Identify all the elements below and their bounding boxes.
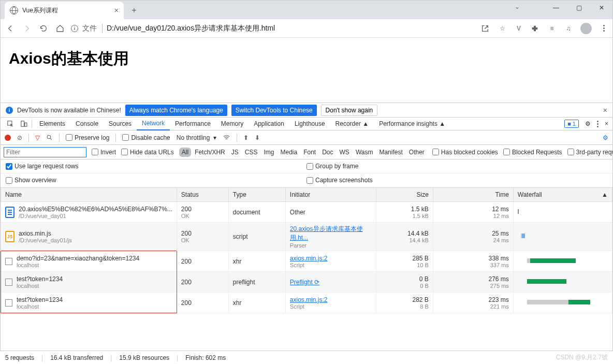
switch-chinese-button[interactable]: Switch DevTools to Chinese [231, 105, 317, 116]
address-bar: i 文件 D:/vue/vue_day01/20.axios异步请求库基本使用.… [1, 19, 612, 38]
settings-icon[interactable]: ⚙ [585, 120, 591, 127]
request-path: localhost [17, 262, 139, 268]
minimize-button[interactable]: — [545, 0, 567, 16]
devtools-close-icon[interactable]: × [605, 120, 608, 127]
resource-icon [5, 279, 12, 286]
share-icon[interactable] [481, 24, 490, 33]
filter-type-manifest[interactable]: Manifest [376, 148, 405, 157]
status-code: 200 [181, 206, 224, 213]
devtools-tab-performanceinsights[interactable]: Performance insights ▲ [374, 117, 450, 130]
devtools-tab-application[interactable]: Application [249, 117, 289, 130]
group-frame-checkbox[interactable]: Group by frame [306, 163, 358, 170]
blocked-cookies-checkbox[interactable]: Has blocked cookies [432, 149, 498, 156]
devtools-menu-icon[interactable] [597, 121, 599, 127]
devtools-tab-memory[interactable]: Memory [216, 117, 249, 130]
invert-checkbox[interactable]: Invert [92, 149, 116, 156]
header-size[interactable]: Size [376, 188, 433, 202]
upload-icon[interactable]: ⬆ [243, 134, 249, 141]
filter-type-font[interactable]: Font [301, 148, 318, 157]
device-icon[interactable] [18, 120, 30, 127]
forward-button[interactable] [21, 23, 33, 34]
tab-close-icon[interactable]: × [114, 6, 119, 14]
wifi-icon[interactable] [223, 134, 230, 141]
url-field[interactable]: i 文件 D:/vue/vue_day01/20.axios异步请求库基本使用.… [71, 24, 476, 33]
table-row[interactable]: test?token=1234localhost 200 preflight P… [1, 272, 612, 293]
devtools-tab-network[interactable]: Network [137, 117, 170, 130]
inspect-icon[interactable] [5, 120, 16, 127]
filter-input[interactable] [4, 147, 86, 157]
table-row[interactable]: test?token=1234localhost 200 xhr axios.m… [1, 293, 612, 313]
reading-list-icon[interactable]: ≡ [547, 25, 557, 32]
initiator-link[interactable]: axios.min.js:2 [290, 255, 328, 262]
preserve-log-checkbox[interactable]: Preserve log [66, 134, 109, 141]
menu-icon[interactable] [599, 25, 608, 32]
devtools-tab-console[interactable]: Console [70, 117, 104, 130]
devtools-tab-sources[interactable]: Sources [104, 117, 137, 130]
clear-icon[interactable]: ⊘ [17, 134, 22, 141]
initiator-link[interactable]: Preflight ⟳ [290, 279, 319, 286]
home-button[interactable] [54, 23, 66, 34]
filter-type-js[interactable]: JS [229, 148, 241, 157]
show-overview-checkbox[interactable]: Show overview [6, 177, 56, 184]
profile-avatar[interactable] [580, 23, 592, 34]
filter-type-all[interactable]: All [179, 148, 191, 157]
header-name[interactable]: Name [1, 188, 177, 202]
issues-badge[interactable]: ■ 1 [564, 120, 579, 128]
hide-data-checkbox[interactable]: Hide data URLs [121, 149, 174, 156]
throttling-select[interactable]: No throttling ▾ [177, 134, 216, 141]
filter-type-wasm[interactable]: Wasm [353, 148, 376, 157]
filter-type-fetchxhr[interactable]: Fetch/XHR [192, 148, 228, 157]
devtools-tab-lighthouse[interactable]: Lighthouse [289, 117, 330, 130]
blocked-requests-checkbox[interactable]: Blocked Requests [503, 149, 562, 156]
table-row[interactable]: 20.axios%E5%BC%82%E6%AD%A5%E8%AF%B7%.../… [1, 202, 612, 223]
new-tab-button[interactable]: + [127, 3, 141, 18]
maximize-button[interactable]: ▢ [567, 0, 590, 16]
info-icon[interactable]: i [71, 25, 78, 32]
network-toolbar: ⊘ ▽ Preserve log Disable cache No thrott… [1, 130, 612, 145]
filter-type-img[interactable]: Img [261, 148, 276, 157]
close-button[interactable]: ✕ [590, 0, 613, 16]
bookmark-icon[interactable]: ☆ [498, 25, 507, 32]
search-icon[interactable] [46, 134, 53, 141]
globe-icon [10, 6, 18, 14]
back-button[interactable] [5, 23, 16, 34]
filter-icon[interactable]: ▽ [35, 134, 40, 141]
screenshots-checkbox[interactable]: Capture screenshots [306, 177, 373, 184]
banner-close-icon[interactable]: × [603, 106, 607, 114]
filter-type-css[interactable]: CSS [242, 148, 260, 157]
header-type[interactable]: Type [228, 188, 285, 202]
header-time[interactable]: Time [433, 188, 513, 202]
filter-type-doc[interactable]: Doc [319, 148, 335, 157]
filter-type-ws[interactable]: WS [337, 148, 352, 157]
window-dropdown[interactable]: ⌄ [515, 3, 520, 10]
initiator-link[interactable]: axios.min.js:2 [290, 296, 328, 303]
network-settings-icon[interactable]: ⚙ [603, 134, 608, 141]
header-status[interactable]: Status [177, 188, 228, 202]
extensions-icon[interactable] [531, 24, 540, 33]
initiator-link[interactable]: 20.axios异步请求库基本使用.ht... [290, 225, 363, 241]
table-row[interactable]: demo?id=23&name=xiaozhang&token=1234loca… [1, 251, 612, 272]
info-icon: i [6, 107, 13, 114]
record-button[interactable] [5, 135, 11, 141]
devtools-tab-performance[interactable]: Performance [170, 117, 216, 130]
large-rows-checkbox[interactable]: Use large request rows [6, 163, 78, 170]
time-value: 276 ms [488, 275, 508, 283]
download-icon[interactable]: ⬇ [255, 134, 260, 141]
devtools-tab-recorder[interactable]: Recorder ▲ [330, 117, 374, 130]
table-row[interactable]: JSaxios.min.js/D:/vue/vue_day01/js 200OK… [1, 223, 612, 251]
filter-type-media[interactable]: Media [278, 148, 300, 157]
v-icon[interactable]: V [514, 25, 523, 32]
third-party-checkbox[interactable]: 3rd-party requests [567, 149, 613, 156]
dont-show-button[interactable]: Don't show again [321, 105, 378, 116]
network-table: Name Status Type Initiator Size Time Wat… [1, 187, 612, 313]
browser-tab[interactable]: Vue系列课程 × [5, 2, 124, 19]
match-language-button[interactable]: Always match Chrome's language [125, 105, 227, 116]
filter-type-other[interactable]: Other [406, 148, 427, 157]
header-waterfall[interactable]: Waterfall ▲ [513, 188, 612, 202]
devtools-tab-elements[interactable]: Elements [34, 117, 70, 130]
header-initiator[interactable]: Initiator [285, 188, 376, 202]
reload-button[interactable] [38, 23, 49, 34]
music-icon[interactable]: ♫ [564, 25, 573, 32]
disable-cache-checkbox[interactable]: Disable cache [122, 134, 170, 141]
size-value: 282 B [412, 296, 428, 303]
